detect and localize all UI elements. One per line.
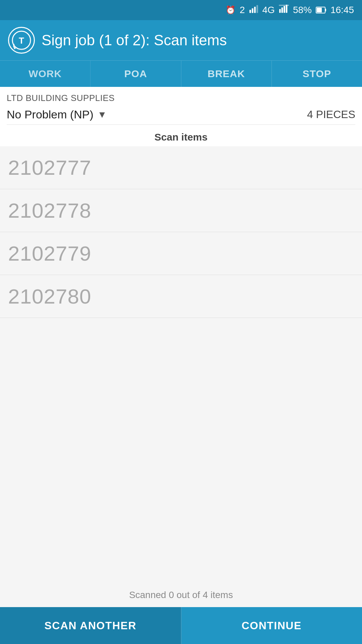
app-logo: T — [8, 27, 35, 54]
list-item: 2102779 — [0, 232, 362, 275]
svg-rect-5 — [281, 7, 283, 13]
svg-rect-4 — [279, 9, 281, 13]
tab-stop[interactable]: STOP — [272, 61, 362, 87]
company-name: LTD BUILDING SUPPLIES — [7, 90, 355, 105]
list-item: 2102778 — [0, 189, 362, 232]
svg-text:T: T — [19, 36, 24, 46]
tab-break[interactable]: BREAK — [181, 61, 272, 87]
network-signal-icon — [279, 4, 289, 16]
signal-icon — [249, 4, 258, 16]
app-header: T Sign job (1 of 2): Scan items — [0, 20, 362, 60]
tab-poa[interactable]: POA — [90, 61, 181, 87]
time-display: 16:45 — [330, 5, 354, 15]
tab-work[interactable]: WORK — [0, 61, 90, 87]
svg-rect-2 — [254, 7, 256, 13]
page-title: Sign job (1 of 2): Scan items — [42, 32, 227, 49]
scan-status: Scanned 0 out of 4 items — [0, 583, 362, 607]
item-id-3: 2102779 — [8, 242, 91, 265]
network-type: 4G — [262, 5, 275, 15]
status-selector[interactable]: No Problem (NP) ▼ 4 PIECES — [7, 105, 355, 125]
svg-rect-11 — [317, 8, 322, 12]
svg-rect-0 — [249, 10, 251, 13]
notification-badge: 2 — [240, 5, 245, 15]
svg-rect-10 — [325, 9, 326, 11]
company-bar: LTD BUILDING SUPPLIES No Problem (NP) ▼ … — [0, 87, 362, 146]
item-id-2: 2102778 — [8, 199, 91, 222]
scan-items-header: Scan items — [7, 125, 355, 146]
status-icons: ⏰ 2 4G 58% — [226, 4, 354, 16]
list-item: 2102777 — [0, 146, 362, 189]
svg-rect-8 — [279, 5, 289, 6]
main-content: LTD BUILDING SUPPLIES No Problem (NP) ▼ … — [0, 87, 362, 607]
items-list: 2102777 2102778 2102779 2102780 — [0, 146, 362, 583]
alarm-icon: ⏰ — [226, 5, 236, 15]
list-item: 2102780 — [0, 275, 362, 318]
chevron-down-icon: ▼ — [98, 109, 107, 120]
status-dropdown[interactable]: No Problem (NP) ▼ — [7, 108, 107, 121]
svg-rect-1 — [252, 8, 253, 13]
item-id-4: 2102780 — [8, 285, 91, 308]
scan-another-button[interactable]: SCAN ANOTHER — [0, 607, 181, 644]
tab-bar: WORK POA BREAK STOP — [0, 60, 362, 87]
svg-rect-6 — [284, 6, 285, 13]
item-id-1: 2102777 — [8, 156, 91, 179]
battery-percent: 58% — [293, 5, 312, 15]
svg-rect-3 — [256, 5, 258, 13]
status-value: No Problem (NP) — [7, 108, 94, 121]
status-bar: ⏰ 2 4G 58% — [0, 0, 362, 20]
battery-icon — [316, 6, 326, 14]
continue-button[interactable]: CONTINUE — [181, 607, 362, 644]
bottom-action-bar: SCAN ANOTHER CONTINUE — [0, 607, 362, 644]
pieces-count: 4 PIECES — [307, 108, 355, 121]
